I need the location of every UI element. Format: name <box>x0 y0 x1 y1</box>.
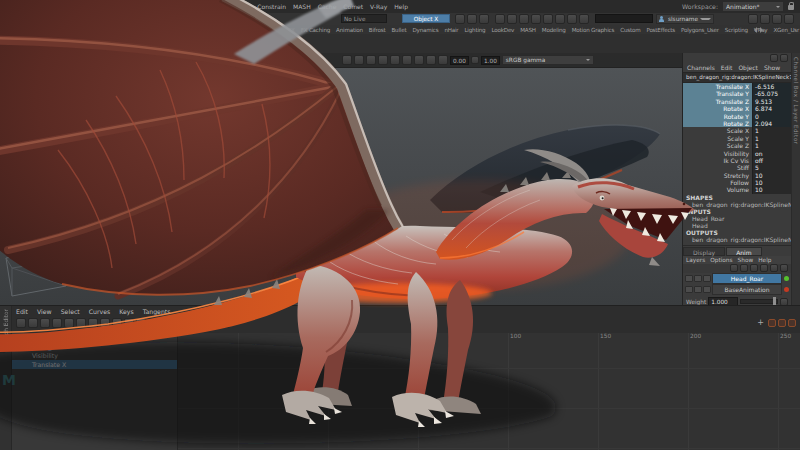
weight-slider[interactable] <box>740 299 778 304</box>
channel-box-menu[interactable]: Object <box>738 64 758 71</box>
render-view-icon[interactable] <box>507 14 517 24</box>
graph-editor-menu[interactable]: Edit <box>16 308 28 315</box>
layer-editor-tab[interactable]: Display <box>683 247 725 256</box>
ipr-render-icon[interactable] <box>519 14 529 24</box>
channel-name[interactable]: Volume <box>683 186 752 193</box>
pin-channel-icon[interactable] <box>770 54 778 62</box>
channel-box-menu[interactable]: Show <box>764 64 780 71</box>
shelf-tab[interactable]: Scripting <box>725 27 748 33</box>
channel-value[interactable]: -65.075 <box>752 90 791 97</box>
channel-value[interactable]: 0 <box>752 113 791 120</box>
channel-name[interactable]: Stiff <box>683 164 752 171</box>
channel-name[interactable]: Scale Z <box>683 142 752 149</box>
channel-row[interactable]: Volume 10 <box>683 186 791 193</box>
layer-editor-tab[interactable]: Anim <box>726 247 761 256</box>
frame-all-icon[interactable] <box>112 318 122 328</box>
pause-icon[interactable] <box>579 14 589 24</box>
channel-value[interactable]: 6.874 <box>752 105 791 112</box>
lock-camera-icon[interactable] <box>354 55 364 65</box>
selected-anim-layer-icon[interactable] <box>780 264 788 272</box>
channel-value[interactable]: 1 <box>752 135 791 142</box>
presets-icon[interactable] <box>780 54 788 62</box>
channel-name[interactable]: Rotate Y <box>683 113 752 120</box>
insert-keys-icon[interactable] <box>52 318 62 328</box>
center-time-icon[interactable] <box>136 318 146 328</box>
graph-editor-menu[interactable]: Keys <box>119 308 133 315</box>
normalized-view-icon[interactable] <box>40 318 50 328</box>
channel-name[interactable]: Follow <box>683 179 752 186</box>
layer-lock-toggle[interactable] <box>703 275 711 282</box>
shelf-tab[interactable]: MASH <box>520 27 536 33</box>
field-chart-icon[interactable] <box>426 55 436 65</box>
shelf-tab[interactable]: Bifrost <box>369 27 386 33</box>
graph-editor-menu[interactable]: Tangents <box>143 308 171 315</box>
channel-box-section-row[interactable]: Head_Roar <box>683 215 791 222</box>
graph-outliner-row[interactable]: Visibility <box>12 351 177 360</box>
select-camera-icon[interactable] <box>342 55 352 65</box>
channel-value[interactable]: 1 <box>752 142 791 149</box>
channel-row[interactable]: Visibility on <box>683 150 791 157</box>
stacked-view-icon[interactable] <box>28 318 38 328</box>
retime-tool-icon[interactable] <box>100 318 110 328</box>
layer-editor-menu[interactable]: Options <box>710 257 732 263</box>
move-layer-down-icon[interactable] <box>760 264 768 272</box>
clamped-tangent-icon[interactable] <box>172 318 182 328</box>
channel-box-object-name[interactable]: ben_dragon_rig:dragon:IKSplineNeck7_M <box>683 72 791 83</box>
channel-value[interactable]: 10 <box>752 179 791 186</box>
isolate-select-icon[interactable] <box>414 55 424 65</box>
attribute-editor-icon[interactable] <box>772 14 782 24</box>
channel-value[interactable]: 1 <box>752 127 791 134</box>
view-transform-dropdown[interactable]: sRGB gamma <box>502 55 594 65</box>
shelf-scroll-left-icon[interactable] <box>751 27 757 33</box>
channel-box-side-tab[interactable]: Channel Box / Layer Editor <box>791 53 800 305</box>
live-surface-field[interactable]: No Live Surface <box>341 14 387 23</box>
step-tangent-icon[interactable] <box>208 318 218 328</box>
layer-editor-menu[interactable]: Show <box>738 257 754 263</box>
linear-tangent-icon[interactable] <box>184 318 194 328</box>
layer-solo-toggle[interactable] <box>694 286 702 293</box>
bookmark-3-icon[interactable] <box>788 319 796 327</box>
channel-row[interactable]: Translate Z 9.513 <box>683 98 791 105</box>
grease-pencil-icon[interactable] <box>438 55 448 65</box>
quick-input-field[interactable] <box>595 14 653 23</box>
menu-item[interactable]: Help <box>394 3 408 10</box>
shelf-tab[interactable]: Lighting <box>464 27 485 33</box>
shelf-tab[interactable]: Motion Graphics <box>572 27 614 33</box>
channel-name[interactable]: Scale X <box>683 127 752 134</box>
layer-editor-menu[interactable]: Help <box>758 257 771 263</box>
bookmark-1-icon[interactable] <box>768 319 776 327</box>
auto-tangent-icon[interactable] <box>148 318 158 328</box>
channel-row[interactable]: Follow 10 <box>683 179 791 186</box>
channel-name[interactable]: Stretchy <box>683 172 752 179</box>
anim-layer-row[interactable]: BaseAnimation <box>683 284 791 295</box>
selection-mask-field[interactable]: Object X <box>402 14 450 23</box>
menu-item[interactable]: Comet <box>343 3 363 10</box>
image-plane-icon[interactable] <box>390 55 400 65</box>
layer-mute-toggle[interactable] <box>685 275 693 282</box>
channel-box-menu[interactable]: Channels <box>687 64 715 71</box>
menu-item[interactable]: Deform <box>228 3 250 10</box>
channel-value[interactable]: off <box>752 157 791 164</box>
workspace-dropdown[interactable]: Animation* <box>722 1 784 12</box>
channel-box-section-row[interactable]: SHAPES <box>683 194 791 201</box>
channel-value[interactable]: 10 <box>752 172 791 179</box>
layer-lock-toggle[interactable] <box>703 286 711 293</box>
frame-playback-icon[interactable] <box>124 318 134 328</box>
channel-name[interactable]: Visibility <box>683 150 752 157</box>
camera-attributes-icon[interactable] <box>366 55 376 65</box>
add-keys-icon[interactable] <box>64 318 74 328</box>
layer-editor-menu[interactable]: Layers <box>686 257 705 263</box>
channel-name[interactable]: Translate Z <box>683 98 752 105</box>
channel-name[interactable]: Ik Cv Vis <box>683 157 752 164</box>
channel-box-menu[interactable]: Edit <box>721 64 733 71</box>
layer-solo-toggle[interactable] <box>694 275 702 282</box>
zero-weight-icon[interactable] <box>740 264 748 272</box>
channel-row[interactable]: Stiff 5 <box>683 164 791 171</box>
region-tool-icon[interactable] <box>88 318 98 328</box>
graph-outliner-row[interactable]: ben_dragon_rig:dragon:IK... <box>12 333 177 342</box>
anim-layer-name[interactable]: BaseAnimation <box>712 284 782 295</box>
shelf-tab[interactable]: Dynamics <box>412 27 438 33</box>
channel-name[interactable]: Rotate X <box>683 105 752 112</box>
graph-curve-area[interactable] <box>178 333 800 450</box>
plateau-tangent-icon[interactable] <box>220 318 230 328</box>
